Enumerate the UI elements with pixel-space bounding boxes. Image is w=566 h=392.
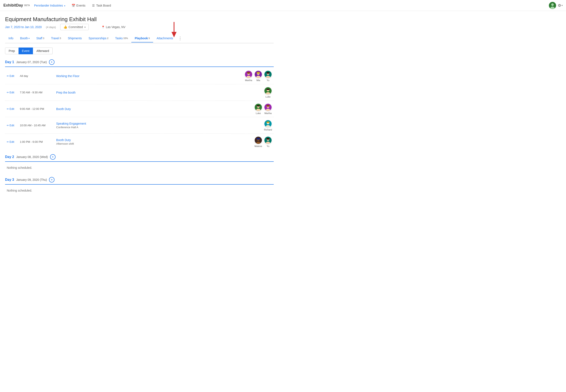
event-location: 📍 Las Vegas, NV (101, 25, 125, 29)
tab-staff[interactable]: Staff 3 (33, 34, 48, 42)
nav-events[interactable]: 📅 Events (69, 2, 88, 8)
day3-label: Day 3 (5, 178, 14, 182)
tabs-more-button[interactable]: ⋮ (176, 34, 184, 43)
more-dots-icon: ⋮ (178, 36, 182, 41)
avatar (264, 136, 272, 144)
staff-avatars: Luke Martha (247, 103, 272, 114)
svg-point-12 (257, 72, 260, 74)
event-name-link[interactable]: Booth Duty (56, 107, 244, 111)
avatar (264, 87, 272, 95)
event-time: All day (20, 74, 54, 78)
tab-tasks[interactable]: Tasks 33% (112, 34, 131, 42)
edit-prep-booth-link[interactable]: ✏ Edit (7, 91, 17, 94)
luke-avatar (264, 87, 272, 95)
view-event-button[interactable]: Event (19, 47, 33, 54)
event-title: Equipment Manufacturing Exhibit Hall (5, 16, 274, 23)
day1-section: Day 1 January 07, 2020 (Tue) + ✏ Edit Al… (5, 59, 274, 150)
event-name-link[interactable]: Prep the booth (56, 91, 244, 94)
table-row: ✏ Edit 1:00 PM - 6:00 PM Booth Duty Afte… (5, 134, 274, 150)
list-item: Mia (254, 70, 262, 82)
tab-shipments[interactable]: Shipments (64, 34, 85, 42)
luke-avatar-2 (255, 103, 262, 111)
staff-name: Malene (254, 145, 262, 147)
nav-right: ⚙ ▾ (549, 2, 563, 9)
tab-travel[interactable]: Travel 3 (48, 34, 65, 42)
staff-name: Mia (256, 79, 260, 82)
avatar-image (549, 2, 556, 9)
svg-point-24 (257, 105, 260, 106)
staff-name: Martha (264, 112, 272, 114)
event-details: Speaking Engagement Conference Hall A (56, 122, 244, 129)
yu-avatar (264, 70, 272, 78)
svg-point-40 (266, 138, 270, 140)
event-time: 1:00 PM - 6:00 PM (20, 140, 54, 143)
day3-nothing-scheduled: Nothing scheduled. (5, 185, 274, 196)
event-meta: Jan 7, 2020 to Jan 10, 2020 (4 days) 👍 C… (5, 24, 274, 30)
settings-button[interactable]: ⚙ ▾ (558, 3, 563, 8)
list-item: Martha (245, 70, 253, 82)
table-row: ✏ Edit 10:00 AM - 10:45 AM Speaking Enga… (5, 117, 274, 134)
day2-add-button[interactable]: + (50, 154, 55, 160)
tab-travel-label: Travel (51, 37, 59, 40)
event-time: 7:30 AM - 9:30 AM (20, 91, 54, 94)
malene-avatar (255, 136, 262, 144)
day2-header: Day 2 January 08, 2020 (Wed) + (5, 154, 274, 162)
user-avatar[interactable] (549, 2, 556, 9)
list-item: Richard (264, 120, 272, 131)
list-item: Luke (264, 87, 272, 98)
edit-speaking-link[interactable]: ✏ Edit (7, 124, 17, 127)
staff-avatars: Malene Yu (247, 136, 272, 147)
staff-name: Yu (267, 145, 269, 147)
committed-button[interactable]: 👍 Committed ▾ (60, 24, 89, 30)
nav-taskboard[interactable]: ☰ Task Board (89, 2, 114, 8)
day3-add-button[interactable]: + (49, 177, 55, 182)
tab-info-label: Info (8, 37, 13, 40)
edit-booth-duty1-link[interactable]: ✏ Edit (7, 107, 17, 111)
pencil-icon: ✏ (7, 108, 9, 111)
svg-point-20 (266, 88, 270, 90)
calendar-icon: 📅 (72, 4, 75, 7)
yu-avatar-2 (264, 136, 272, 144)
tab-playbook[interactable]: Playbook 5 (131, 34, 153, 42)
committed-label: Committed (69, 25, 83, 29)
day1-add-button[interactable]: + (49, 59, 55, 65)
avatar (264, 103, 272, 111)
location-pin-icon: 📍 (101, 26, 105, 29)
svg-point-36 (257, 138, 260, 140)
thumbs-up-icon: 👍 (63, 25, 67, 29)
event-time: 10:00 AM - 10:45 AM (20, 124, 54, 127)
tasks-badge: 33% (123, 37, 128, 40)
list-item: Martha (264, 103, 272, 114)
edit-booth-duty2-link[interactable]: ✏ Edit (7, 140, 17, 143)
tab-sponsorships[interactable]: Sponsorships 2 (85, 34, 112, 42)
event-name-link[interactable]: Working the Floor (56, 74, 242, 78)
tab-shipments-label: Shipments (68, 37, 82, 40)
tab-playbook-label: Playbook (135, 37, 148, 40)
day3-header: Day 3 January 09, 2020 (Thu) + (5, 177, 274, 185)
day2-nothing-scheduled: Nothing scheduled. (5, 163, 274, 173)
booth-chevron-icon: ▾ (28, 37, 29, 40)
top-navigation: ExhibitDayBETA Pennlander Industries ▾ 📅… (0, 0, 566, 11)
company-selector[interactable]: Pennlander Industries ▾ (34, 4, 65, 7)
committed-chevron-icon: ▾ (84, 26, 85, 28)
table-row: ✏ Edit 7:30 AM - 9:30 AM Prep the booth (5, 84, 274, 101)
tab-info[interactable]: Info (5, 34, 17, 42)
event-date-range: Jan 7, 2020 to Jan 10, 2020 (5, 25, 42, 29)
day1-label: Day 1 (5, 60, 14, 64)
tab-attachments[interactable]: Attachments (153, 34, 176, 42)
playbook-badge: 5 (149, 37, 150, 40)
tab-booth[interactable]: Booth ▾ (17, 34, 33, 42)
avatar (264, 70, 272, 78)
staff-name: Martha (245, 79, 252, 82)
list-item: Yu (264, 70, 272, 82)
event-name-link[interactable]: Speaking Engagement (56, 122, 244, 125)
martha-avatar-2 (264, 103, 272, 111)
svg-point-32 (266, 121, 270, 123)
view-prep-button[interactable]: Prep (5, 47, 19, 54)
edit-working-floor-link[interactable]: ✏ Edit (7, 74, 17, 78)
event-sub-text: Conference Hall A (56, 126, 244, 129)
view-afterward-button[interactable]: Afterward (33, 47, 53, 54)
staff-name: Richard (264, 128, 272, 131)
event-name-link[interactable]: Booth Duty (56, 138, 244, 142)
pencil-icon: ✏ (7, 140, 9, 143)
